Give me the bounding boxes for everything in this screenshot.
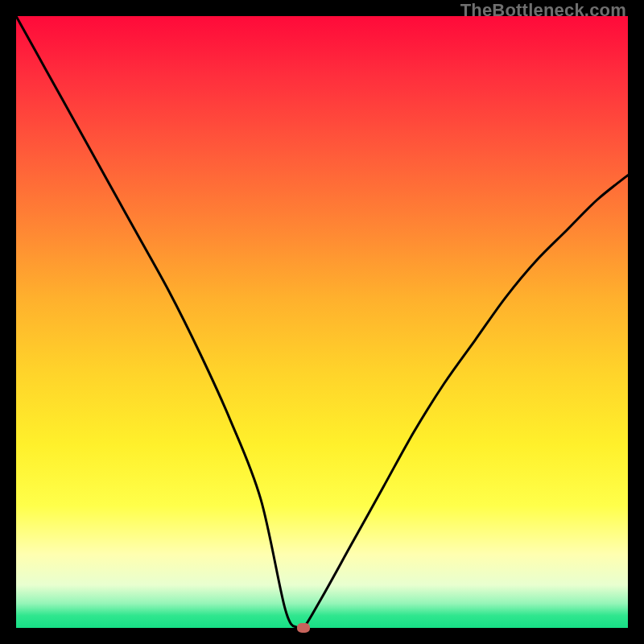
chart-plot-area [16,16,628,628]
bottleneck-curve [16,16,628,628]
chart-frame: TheBottleneck.com [0,0,644,644]
minimum-marker-icon [297,623,310,633]
